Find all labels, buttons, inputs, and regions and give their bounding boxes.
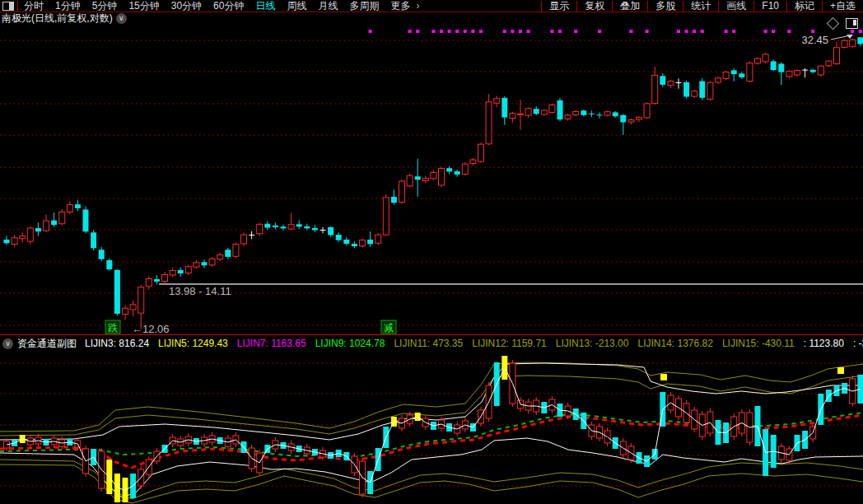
tool-button-3[interactable]: 多股 [648,1,683,12]
period-tab-5[interactable]: 60分钟 [208,0,250,12]
main-chart-svg: 13.98 - 14.11←12.0632.45跌减 [0,25,863,334]
svg-text:←12.06: ←12.06 [132,323,170,334]
svg-text:32.45: 32.45 [801,34,828,46]
indicator-value-9: : 1123.80 [804,338,844,349]
indicator-sub-chart[interactable] [0,352,863,504]
svg-text:减: 减 [384,322,394,334]
diamond-icon[interactable] [827,17,840,30]
split-window-icon[interactable] [2,2,14,11]
tool-button-2[interactable]: 叠加 [613,1,647,12]
indicator-value-2: LIJIN7: 1163.65 [237,338,306,349]
indicator-value-1: LIJIN5: 1249.43 [158,338,228,349]
period-toolbar: 分时1分钟5分钟15分钟30分钟60分钟日线周线月线多周期更多 › 显示复权叠加… [0,0,863,12]
indicator-value-4: LIJIN11: 473.35 [394,338,463,349]
period-tab-0[interactable]: 分时 [18,0,49,12]
main-candlestick-chart[interactable]: 13.98 - 14.11←12.0632.45跌减 [0,25,863,334]
chart-corner-icons [828,18,858,29]
period-tab-10[interactable]: 更多 [385,0,416,12]
period-tab-1[interactable]: 1分钟 [49,0,86,12]
stock-title: 南极光(日线,前复权,对数) [0,12,113,26]
tool-button-5[interactable]: 画线 [719,1,753,12]
window-layout-icon[interactable] [846,18,858,29]
indicator-value-7: LIJIN14: 1376.82 [637,338,712,349]
tool-button-0[interactable]: 显示 [542,1,576,12]
tool-button-1[interactable]: 复权 [577,1,612,12]
indicator-value-10: : -39.78 [853,338,863,349]
title-collapse-chevron-icon[interactable]: ∨ [116,13,127,24]
indicator-collapse-chevron-icon[interactable]: ∨ [2,338,13,349]
period-tab-3[interactable]: 15分钟 [123,0,165,12]
tool-button-4[interactable]: 统计 [683,1,718,12]
period-tab-9[interactable]: 多周期 [343,0,385,12]
more-arrow-icon[interactable]: › [416,1,424,12]
period-tab-2[interactable]: 5分钟 [86,0,124,12]
svg-text:跌: 跌 [108,322,118,334]
period-tab-8[interactable]: 月线 [312,0,343,12]
indicator-value-8: LIJIN15: -430.11 [722,338,795,349]
svg-text:13.98 - 14.11: 13.98 - 14.11 [169,285,231,297]
period-tabs: 分时1分钟5分钟15分钟30分钟60分钟日线周线月线多周期更多 [18,1,416,12]
tool-button-7[interactable]: 标记 [787,1,822,12]
indicator-header: ∨ 资金通道副图 LIJIN3: 816.24LIJIN5: 1249.43LI… [0,334,863,352]
indicator-value-6: LIJIN13: -213.00 [556,338,629,349]
right-tools: 显示复权叠加多股统计画线F10标记+自选 [541,0,863,12]
indicator-chart-svg [0,352,863,504]
indicator-value-3: LIJIN9: 1024.78 [315,338,385,349]
period-tab-6[interactable]: 日线 [250,0,281,12]
tool-button-6[interactable]: F10 [754,1,786,12]
indicator-value-5: LIJIN12: 1159.71 [472,338,547,349]
indicator-title: 资金通道副图 [17,337,77,351]
chart-title-row: 南极光(日线,前复权,对数) ∨ [0,12,863,25]
tool-button-8[interactable]: +自选 [823,1,863,12]
period-tab-4[interactable]: 30分钟 [166,0,208,12]
indicator-value-0: LIJIN3: 816.24 [85,338,149,349]
indicator-values: LIJIN3: 816.24LIJIN5: 1249.43LIJIN7: 116… [85,338,863,349]
period-tab-7[interactable]: 周线 [281,0,312,12]
trading-app-window: 分时1分钟5分钟15分钟30分钟60分钟日线周线月线多周期更多 › 显示复权叠加… [0,0,863,504]
